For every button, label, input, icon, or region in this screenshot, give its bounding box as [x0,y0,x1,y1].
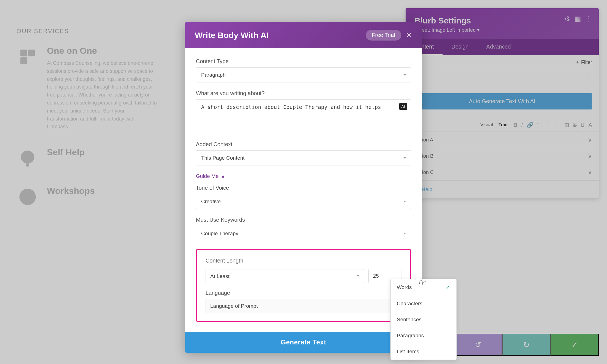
language-group: Language [206,290,401,313]
generate-text-button[interactable]: Generate Text [185,332,422,353]
tone-select[interactable]: Creative Professional Casual Formal [196,194,411,209]
added-context-select[interactable]: This Page Content None Custom [196,150,411,165]
content-length-label: Content Length [206,258,401,264]
language-input[interactable] [206,299,401,313]
unit-paragraphs-label: Paragraphs [397,333,424,339]
keywords-group: Must Use Keywords [196,217,411,241]
guide-me-button[interactable]: Guide Me ▲ [196,173,411,179]
unit-words-label: Words [397,284,412,290]
tone-label: Tone of Voice [196,185,411,191]
guide-me-caret-icon: ▲ [221,174,225,179]
keywords-label: Must Use Keywords [196,217,411,223]
what-writing-label: What are you writing about? [196,90,411,97]
close-button[interactable]: ✕ [406,31,412,39]
added-context-group: Added Context This Page Content None Cus… [196,141,411,165]
unit-check-icon: ✓ [446,284,450,291]
added-context-label: Added Context [196,141,411,148]
ai-write-modal: Write Body With AI Free Trial ✕ Content … [185,22,422,353]
unit-dropdown: Words ✓ Characters Sentences Paragraphs … [390,279,457,360]
unit-option-characters[interactable]: Characters [391,296,456,312]
content-type-label: Content Type [196,58,411,65]
unit-characters-label: Characters [397,301,422,307]
unit-sentences-label: Sentences [397,317,422,323]
free-trial-badge: Free Trial [366,30,401,41]
what-writing-textarea[interactable]: A short description about Couple Therapy… [196,99,411,132]
unit-option-paragraphs[interactable]: Paragraphs [391,328,456,344]
modal-title: Write Body With AI [195,31,269,40]
content-length-section: Content Length At Least At Most Exactly … [196,249,411,322]
unit-option-sentences[interactable]: Sentences [391,312,456,328]
content-length-qualifier-select[interactable]: At Least At Most Exactly [206,269,364,283]
content-type-group: Content Type Paragraph Bullet Points Num… [196,58,411,82]
ai-badge: AI [399,103,407,110]
what-writing-group: What are you writing about? A short desc… [196,90,411,133]
unit-option-list-items[interactable]: List Items [391,344,456,360]
modal-header: Write Body With AI Free Trial ✕ [185,22,422,48]
content-length-row: At Least At Most Exactly Words ✓ Charact… [206,269,401,283]
modal-body: Content Type Paragraph Bullet Points Num… [185,48,422,332]
language-label: Language [206,290,401,296]
modal-header-right: Free Trial ✕ [366,30,412,41]
keywords-input[interactable] [196,226,411,241]
textarea-wrapper: A short description about Couple Therapy… [196,99,411,133]
unit-list-items-label: List Items [397,349,419,355]
content-type-select[interactable]: Paragraph Bullet Points Numbered List [196,67,411,82]
tone-group: Tone of Voice Creative Professional Casu… [196,185,411,209]
guide-me-label: Guide Me [196,173,219,179]
